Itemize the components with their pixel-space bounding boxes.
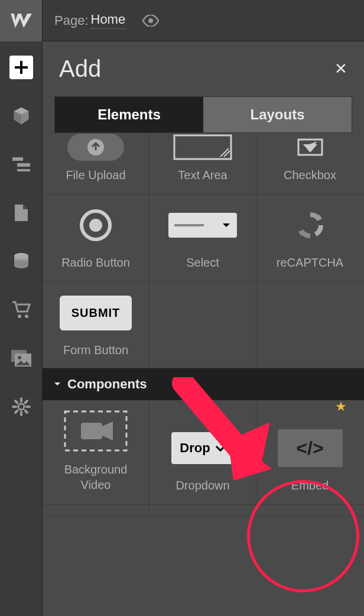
element-label: Select xyxy=(186,256,219,270)
embed-icon: </> xyxy=(278,427,343,469)
component-background-video[interactable]: BackgroundVideo xyxy=(43,400,150,504)
tab-elements[interactable]: Elements xyxy=(55,97,203,132)
text-area-icon xyxy=(173,133,232,161)
element-form-button[interactable]: SUBMIT Form Button xyxy=(43,282,150,368)
ecommerce-icon[interactable] xyxy=(9,298,33,322)
svg-point-5 xyxy=(14,253,28,259)
element-recaptcha[interactable]: reCAPTCHA xyxy=(256,194,363,281)
element-file-upload[interactable]: File Upload xyxy=(43,133,150,194)
component-dropdown[interactable]: Drop Dropdown xyxy=(150,400,256,504)
star-icon: ★ xyxy=(335,399,347,414)
element-label: Checkbox xyxy=(284,168,336,182)
checkbox-icon xyxy=(297,133,323,161)
svg-point-17 xyxy=(89,219,102,232)
webflow-logo[interactable] xyxy=(0,0,43,41)
element-radio-button[interactable]: Radio Button xyxy=(43,194,150,281)
background-video-icon xyxy=(63,410,128,452)
box-icon[interactable] xyxy=(9,104,33,128)
section-label: Components xyxy=(67,377,147,392)
svg-rect-3 xyxy=(17,169,30,171)
select-icon xyxy=(168,204,237,247)
add-panel: Add ✕ Elements Layouts File Upload Te xyxy=(43,41,364,616)
tab-layouts[interactable]: Layouts xyxy=(203,97,352,132)
element-label: File Upload xyxy=(66,168,125,182)
dropdown-icon: Drop xyxy=(171,427,233,469)
close-icon[interactable]: ✕ xyxy=(334,60,347,78)
svg-point-0 xyxy=(148,18,153,23)
element-label: Radio Button xyxy=(61,256,130,270)
svg-rect-2 xyxy=(17,163,30,167)
preview-icon[interactable] xyxy=(142,15,160,27)
svg-rect-1 xyxy=(12,157,23,161)
panel-title: Add xyxy=(59,56,101,82)
svg-rect-14 xyxy=(174,135,231,159)
cms-icon[interactable] xyxy=(9,249,33,273)
element-label: reCAPTCHA xyxy=(277,256,343,270)
page-label: Page: xyxy=(54,13,89,28)
add-button[interactable] xyxy=(9,56,33,79)
assets-icon[interactable] xyxy=(9,346,33,370)
file-upload-icon xyxy=(67,133,124,161)
element-select[interactable]: Select xyxy=(150,194,256,281)
svg-point-7 xyxy=(25,315,28,318)
page-name[interactable]: Home xyxy=(91,12,126,29)
navigator-icon[interactable] xyxy=(9,153,33,176)
element-checkbox[interactable]: Checkbox xyxy=(256,133,363,194)
settings-icon[interactable] xyxy=(9,395,33,419)
chevron-down-icon xyxy=(53,381,61,387)
svg-point-10 xyxy=(18,356,21,359)
element-label: Text Area xyxy=(178,168,227,182)
element-text-area[interactable]: Text Area xyxy=(150,133,256,194)
svg-rect-19 xyxy=(81,423,102,439)
element-label: Dropdown xyxy=(176,479,229,492)
recaptcha-icon xyxy=(294,204,327,247)
svg-point-11 xyxy=(18,404,24,410)
radio-icon xyxy=(78,204,113,247)
pages-icon[interactable] xyxy=(9,201,33,225)
left-rail xyxy=(0,41,43,616)
component-embed[interactable]: ★ </> Embed xyxy=(256,400,363,504)
element-label: BackgroundVideo xyxy=(64,462,128,492)
element-label: Form Button xyxy=(63,343,128,357)
submit-icon: SUBMIT xyxy=(60,291,132,334)
section-components[interactable]: Components xyxy=(43,368,364,400)
svg-point-6 xyxy=(18,315,21,318)
element-label: Embed xyxy=(291,479,329,492)
